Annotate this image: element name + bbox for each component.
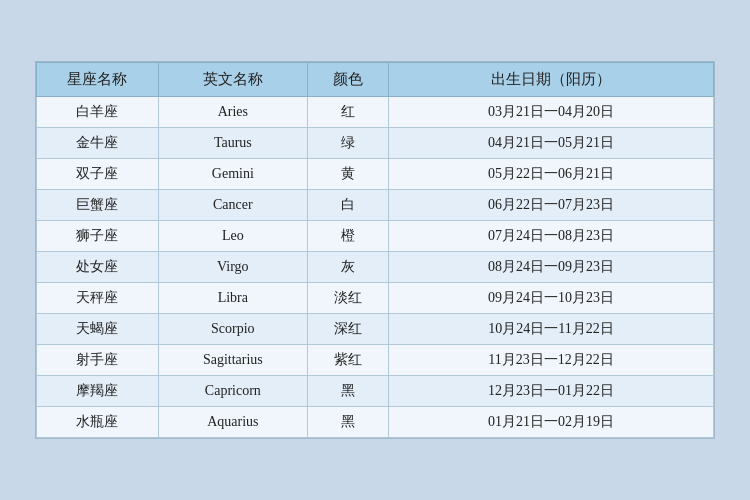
cell-date: 06月22日一07月23日 [389,190,714,221]
table-row: 水瓶座Aquarius黑01月21日一02月19日 [37,407,714,438]
header-date: 出生日期（阳历） [389,63,714,97]
table-row: 处女座Virgo灰08月24日一09月23日 [37,252,714,283]
cell-chinese: 处女座 [37,252,159,283]
cell-english: Aries [158,97,307,128]
cell-english: Sagittarius [158,345,307,376]
cell-english: Gemini [158,159,307,190]
table-header-row: 星座名称 英文名称 颜色 出生日期（阳历） [37,63,714,97]
header-chinese: 星座名称 [37,63,159,97]
cell-date: 05月22日一06月21日 [389,159,714,190]
cell-color: 黑 [307,376,388,407]
cell-color: 黄 [307,159,388,190]
cell-color: 黑 [307,407,388,438]
cell-chinese: 射手座 [37,345,159,376]
cell-color: 白 [307,190,388,221]
cell-date: 08月24日一09月23日 [389,252,714,283]
cell-chinese: 摩羯座 [37,376,159,407]
cell-chinese: 金牛座 [37,128,159,159]
cell-english: Aquarius [158,407,307,438]
table-row: 射手座Sagittarius紫红11月23日一12月22日 [37,345,714,376]
cell-english: Taurus [158,128,307,159]
cell-color: 淡红 [307,283,388,314]
cell-date: 12月23日一01月22日 [389,376,714,407]
table-row: 巨蟹座Cancer白06月22日一07月23日 [37,190,714,221]
cell-color: 深红 [307,314,388,345]
table-row: 天秤座Libra淡红09月24日一10月23日 [37,283,714,314]
table-row: 摩羯座Capricorn黑12月23日一01月22日 [37,376,714,407]
cell-english: Virgo [158,252,307,283]
cell-english: Scorpio [158,314,307,345]
cell-color: 红 [307,97,388,128]
table-row: 金牛座Taurus绿04月21日一05月21日 [37,128,714,159]
zodiac-table-container: 星座名称 英文名称 颜色 出生日期（阳历） 白羊座Aries红03月21日一04… [35,61,715,439]
header-english: 英文名称 [158,63,307,97]
table-row: 双子座Gemini黄05月22日一06月21日 [37,159,714,190]
cell-date: 09月24日一10月23日 [389,283,714,314]
cell-date: 03月21日一04月20日 [389,97,714,128]
cell-date: 07月24日一08月23日 [389,221,714,252]
cell-chinese: 水瓶座 [37,407,159,438]
cell-english: Capricorn [158,376,307,407]
table-body: 白羊座Aries红03月21日一04月20日金牛座Taurus绿04月21日一0… [37,97,714,438]
zodiac-table: 星座名称 英文名称 颜色 出生日期（阳历） 白羊座Aries红03月21日一04… [36,62,714,438]
cell-english: Libra [158,283,307,314]
header-color: 颜色 [307,63,388,97]
cell-date: 11月23日一12月22日 [389,345,714,376]
cell-chinese: 天秤座 [37,283,159,314]
table-row: 天蝎座Scorpio深红10月24日一11月22日 [37,314,714,345]
cell-color: 紫红 [307,345,388,376]
table-row: 白羊座Aries红03月21日一04月20日 [37,97,714,128]
cell-english: Cancer [158,190,307,221]
cell-date: 10月24日一11月22日 [389,314,714,345]
cell-chinese: 白羊座 [37,97,159,128]
cell-chinese: 双子座 [37,159,159,190]
cell-chinese: 狮子座 [37,221,159,252]
table-row: 狮子座Leo橙07月24日一08月23日 [37,221,714,252]
cell-date: 01月21日一02月19日 [389,407,714,438]
cell-color: 绿 [307,128,388,159]
cell-date: 04月21日一05月21日 [389,128,714,159]
cell-color: 橙 [307,221,388,252]
cell-english: Leo [158,221,307,252]
cell-chinese: 天蝎座 [37,314,159,345]
cell-chinese: 巨蟹座 [37,190,159,221]
cell-color: 灰 [307,252,388,283]
